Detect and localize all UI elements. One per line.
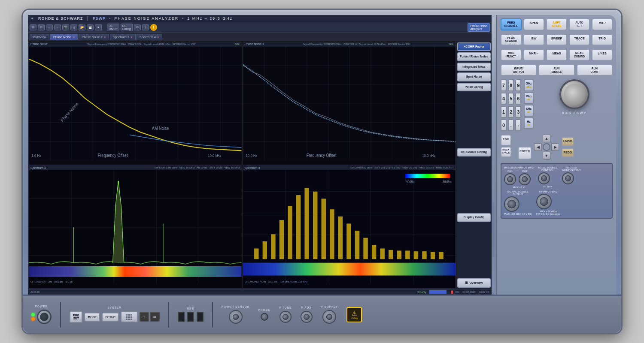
usb-port-2[interactable] [187,312,194,322]
mode-btn[interactable]: MODE [84,313,100,322]
display-out-btn[interactable]: ⊡ [140,312,149,322]
tab-spectrum-3[interactable]: Spectrum 3 × [110,34,136,40]
svg-rect-36 [279,220,283,259]
dc-source-config-btn[interactable]: DC Source Config [457,148,491,156]
nav-down-btn[interactable]: ▼ [543,152,550,159]
v-tune-label: V TUNE [279,306,292,309]
auto-set-btn[interactable]: AUTOSET [569,18,590,30]
redo-btn[interactable]: REDO [562,148,574,157]
tab-spectrum-4[interactable]: Spectrum 4 × [137,34,162,40]
mkr-funct-btn[interactable]: MKRFUNCT [501,49,522,61]
trace-btn[interactable]: TRACE [569,34,590,46]
svg-rect-33 [254,248,258,259]
svg-rect-23 [29,266,242,277]
signal-source-port[interactable] [504,196,519,212]
unit-hz[interactable]: HzµV [524,117,533,129]
spot-noise-btn[interactable]: Spot Noise [457,72,491,81]
nav-up-btn[interactable]: ▲ [543,135,550,142]
unit-ghz[interactable]: GHzdBm [524,79,533,91]
meas-config-btn[interactable]: MEASCONFIG [569,49,590,61]
pre-set-btn[interactable]: PRESET [70,311,82,323]
key-1[interactable]: 1 [501,106,507,118]
print-icon[interactable]: 🖨 [70,24,77,30]
grid-icon[interactable]: ⊟ [38,24,45,30]
key-6[interactable]: 6 [515,93,521,105]
star-icon[interactable]: ★ [95,24,102,30]
key-0[interactable]: 0 [501,119,507,131]
key-dot[interactable]: . [508,119,514,131]
dc-config-btn[interactable]: DCConfig [121,24,133,31]
lines-btn[interactable]: LINES [592,49,613,61]
noise-source-port[interactable] [538,172,550,184]
pulsed-phase-noise-btn[interactable]: Pulsed Phase Noise [457,52,491,61]
v-aux-port[interactable] [301,311,313,323]
meas-btn[interactable]: MEAS [546,49,567,61]
key-2[interactable]: 2 [508,106,514,118]
nav-right-btn[interactable]: ▶ [551,143,559,151]
display-config-btn[interactable]: Display Config [457,213,491,222]
run-single-btn[interactable]: RUNSINGLE [538,64,574,76]
screenshot-icon[interactable]: 📷 [62,24,69,30]
open-icon[interactable]: 📂 [79,24,85,30]
run-cont-btn[interactable]: RUNCONT [577,64,613,76]
unit-khz[interactable]: kHzdB [524,105,533,116]
power-sensor-port[interactable] [229,310,243,324]
warning-icon[interactable]: ! [150,24,157,31]
usb-port-3[interactable] [197,312,204,322]
dc-toggle-btn[interactable]: DCOn/Off [107,24,119,31]
ch2-port[interactable] [519,173,531,185]
power-button[interactable] [37,310,52,324]
freq-channel-btn[interactable]: FREQCHANNEL [501,18,522,30]
svg-rect-35 [271,234,275,259]
help-icon[interactable]: ? [142,24,149,30]
forward-icon[interactable]: → [54,24,61,30]
peak-search-btn[interactable]: PEAKSEARCH [501,34,522,46]
back-icon[interactable]: ← [46,24,53,30]
spectrum-4-panel: Spectrum 4 Ref Level 0.00 dBm SWT 281 µs… [243,165,456,289]
esc-btn[interactable]: ESC [501,135,511,146]
svg-text:-30dBm: -30dBm [441,180,451,184]
backspace-btn[interactable]: BACKSPACE [501,147,511,157]
trig-btn[interactable]: TRIG [592,34,613,46]
tab-phase-noise[interactable]: Phase Noise × [50,34,78,40]
tab-phase-noise-2[interactable]: Phase Noise 2 × [79,34,109,40]
tab-multiview[interactable]: MultiView [30,34,49,40]
ampt-scale-btn[interactable]: AMPTSCALE [546,18,567,30]
probe-port[interactable] [261,313,268,321]
key-3[interactable]: 3 [515,106,521,118]
undo-btn[interactable]: UNDO [562,137,574,146]
rf-input-port[interactable] [536,194,552,209]
overview-btn[interactable]: ⊞ Overview [457,278,491,288]
unit-mhz[interactable]: MHzdB [524,92,533,104]
integrated-meas-btn[interactable]: Integrated Meas [457,63,491,71]
ch1-port[interactable] [504,173,516,185]
sweep-btn[interactable]: SWEEP [546,34,567,46]
key-minus[interactable]: - [515,119,521,131]
keyboard-icon[interactable] [121,311,138,322]
setup-btn[interactable]: SETUP [102,313,118,322]
xcorr-factor-btn[interactable]: XCORR Factor [457,42,491,51]
settings-icon[interactable]: ⚙ [134,24,141,30]
key-9[interactable]: 9 [515,79,521,91]
nav-left-btn[interactable]: ◀ [534,143,542,151]
mkr-btn[interactable]: MKR [592,18,613,30]
phase-noise-analyzer-tab[interactable]: Phase NoiseAnalyzer [468,23,490,32]
windows-icon[interactable]: ⊞ [30,24,36,30]
save-icon[interactable]: 💾 [87,24,94,30]
pulse-config-btn[interactable]: Pulse Config [457,83,491,91]
v-tune-port[interactable] [279,311,292,323]
trigger-port[interactable] [562,172,574,184]
key-8[interactable]: 8 [508,79,514,91]
bw-btn[interactable]: BW [523,34,544,46]
usb-device-btn[interactable]: ⇄ [150,312,160,322]
usb-port-1[interactable] [178,312,185,322]
rotary-knob[interactable] [559,79,589,109]
key-5[interactable]: 5 [508,93,514,105]
mkr-arrow-btn[interactable]: MKR→ [523,49,544,61]
key-7[interactable]: 7 [501,79,507,91]
enter-btn[interactable]: ENTER [518,147,532,159]
v-supply-port[interactable] [322,310,336,324]
input-output-btn[interactable]: INPUT/OUTPUT [501,64,537,76]
span-btn[interactable]: SPAN [523,18,544,30]
key-4[interactable]: 4 [501,93,507,105]
